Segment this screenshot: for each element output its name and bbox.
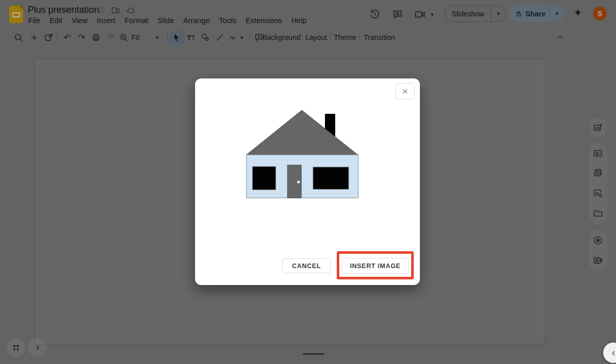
cancel-button[interactable]: CANCEL <box>282 258 331 273</box>
insert-image-button[interactable]: INSERT IMAGE <box>342 258 409 274</box>
menu-bar: File Edit View Insert Format Slide Arran… <box>24 15 311 26</box>
image-search-icon[interactable] <box>589 183 607 203</box>
select-tool-button[interactable] <box>169 30 184 45</box>
shape-tool-button[interactable] <box>198 30 213 45</box>
slides-logo[interactable] <box>9 6 23 23</box>
house-window-left <box>253 167 276 190</box>
zoom-select[interactable]: Fit <box>131 30 140 45</box>
redo-icon: ↷ <box>78 33 85 42</box>
document-title[interactable]: Plus presentation <box>28 5 99 15</box>
folder-icon[interactable] <box>589 203 607 223</box>
photos-camera-icon[interactable] <box>589 163 607 183</box>
template-card-icon[interactable] <box>589 143 607 163</box>
slideshow-button[interactable]: Slideshow <box>445 6 491 22</box>
share-caret-button[interactable]: ▾ <box>550 5 564 22</box>
slideshow-caret-button[interactable]: ▾ <box>491 6 506 22</box>
camera-caret-icon[interactable]: ▾ <box>428 8 436 21</box>
background-button[interactable]: Background <box>263 30 300 45</box>
menu-format[interactable]: Format <box>120 15 153 26</box>
lock-icon <box>515 10 523 17</box>
collapse-toolbar-button[interactable] <box>553 30 567 45</box>
export-share-button[interactable] <box>42 30 56 45</box>
share-label: Share <box>526 10 546 18</box>
main-toolbar: ↶ ↷ Fit ▾ TT <box>0 29 616 47</box>
close-icon: × <box>402 86 408 97</box>
horizontal-scrollbar[interactable] <box>303 353 324 355</box>
transition-button[interactable]: Transition <box>361 30 397 45</box>
toolbar-divider <box>57 32 57 43</box>
menu-arrange[interactable]: Arrange <box>179 15 215 26</box>
house-window-right <box>313 167 349 189</box>
menu-file[interactable]: File <box>24 15 45 26</box>
star-icon[interactable]: ☆ <box>98 5 105 15</box>
cloud-status-icon[interactable] <box>126 6 136 15</box>
search-menus-button[interactable] <box>11 30 26 45</box>
version-history-icon[interactable] <box>369 8 381 21</box>
gemini-sparkle-icon[interactable]: ✦ <box>573 7 583 19</box>
menu-view[interactable]: View <box>67 15 92 26</box>
menu-insert[interactable]: Insert <box>92 15 120 26</box>
share-button-group: Share ▾ <box>510 5 564 22</box>
house-doorknob <box>297 180 300 183</box>
insert-image-dialog: × CANCEL INSERT IMAGE <box>195 78 420 285</box>
side-rail-group-top <box>589 117 607 137</box>
toolbar-divider <box>302 32 302 43</box>
caret-down-icon: ▾ <box>497 11 500 16</box>
app-header: Plus presentation ☆ File Edit View Inser… <box>0 0 616 29</box>
close-dialog-button[interactable]: × <box>395 83 415 99</box>
layout-button[interactable]: Layout <box>304 30 329 45</box>
zoom-caret-icon[interactable]: ▾ <box>152 30 162 45</box>
account-avatar[interactable]: S <box>593 7 607 21</box>
menu-tools[interactable]: Tools <box>215 15 241 26</box>
menu-slide[interactable]: Slide <box>153 15 179 26</box>
toolbar-divider <box>167 32 168 43</box>
zoom-in-button[interactable] <box>117 30 131 45</box>
menu-help[interactable]: Help <box>286 15 311 26</box>
side-rail-group-middle <box>589 143 607 224</box>
house-roof <box>246 110 358 155</box>
chevron-left-icon: ‹ <box>612 347 615 358</box>
undo-button[interactable]: ↶ <box>60 30 74 45</box>
print-button[interactable] <box>89 30 103 45</box>
meet-camera-icon[interactable] <box>414 8 426 21</box>
line-tool-button[interactable] <box>213 30 227 45</box>
redo-button[interactable]: ↷ <box>74 30 89 45</box>
expand-filmstrip-button[interactable] <box>28 338 47 357</box>
toolbar-divider <box>331 32 331 43</box>
side-rail-group-bottom <box>589 230 607 271</box>
move-folder-icon[interactable] <box>111 6 120 15</box>
person-camera-icon[interactable] <box>589 250 607 270</box>
grid-view-button[interactable] <box>7 338 25 357</box>
share-button[interactable]: Share <box>510 5 550 22</box>
comments-icon[interactable] <box>391 8 403 21</box>
text-box-tool-button[interactable]: TT <box>184 30 198 45</box>
add-image-icon[interactable] <box>589 117 607 137</box>
logo-fold <box>19 6 23 10</box>
menu-extensions[interactable]: Extensions <box>241 15 286 26</box>
scribble-caret-icon[interactable]: ▾ <box>238 30 246 45</box>
new-slide-button[interactable] <box>27 30 41 45</box>
caret-down-icon: ▾ <box>555 11 559 16</box>
menu-edit[interactable]: Edit <box>45 15 67 26</box>
record-icon[interactable] <box>589 230 607 250</box>
zoom-value: Fit <box>131 33 140 42</box>
slideshow-button-group: Slideshow ▾ <box>445 5 506 22</box>
undo-icon: ↶ <box>64 33 71 42</box>
theme-button[interactable]: Theme <box>333 30 357 45</box>
toolbar-divider <box>359 32 360 43</box>
toolbar-divider <box>250 32 251 43</box>
house-image-preview <box>245 109 359 199</box>
paint-format-button[interactable] <box>103 30 117 45</box>
logo-slide-shape <box>12 12 20 17</box>
